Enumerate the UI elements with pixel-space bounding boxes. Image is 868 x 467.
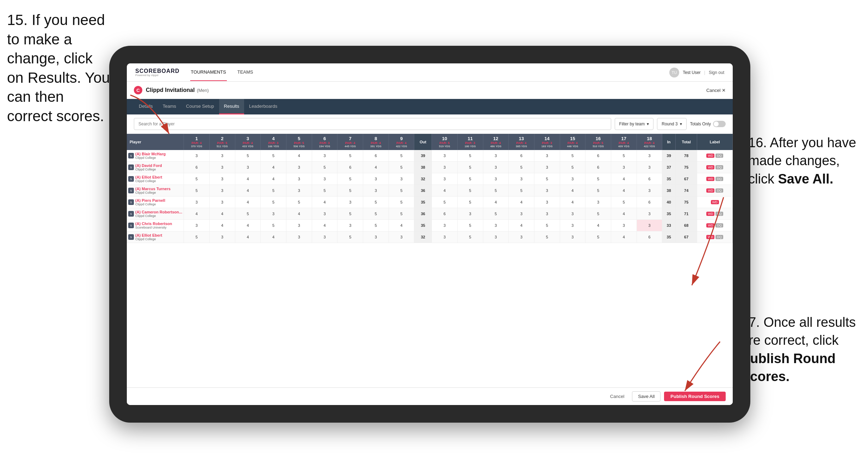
score-hole-3[interactable]: 4 — [235, 220, 261, 231]
score-hole-16[interactable]: 5 — [585, 208, 611, 220]
score-hole-18[interactable]: 3 — [637, 162, 662, 173]
score-hole-13[interactable]: 3 — [509, 231, 534, 243]
score-hole-6[interactable]: 3 — [312, 208, 337, 220]
score-hole-9[interactable]: 3 — [389, 173, 414, 185]
score-hole-4[interactable]: 3 — [261, 208, 286, 220]
cancel-tournament-button[interactable]: Cancel ✕ — [706, 88, 726, 93]
score-hole-1[interactable]: 3 — [184, 150, 210, 162]
score-hole-5[interactable]: 4 — [286, 150, 312, 162]
score-hole-13[interactable]: 6 — [509, 150, 534, 162]
score-hole-14[interactable]: 3 — [534, 162, 560, 173]
score-hole-1[interactable]: 4 — [184, 208, 210, 220]
score-hole-14[interactable]: 5 — [534, 220, 560, 231]
score-hole-15[interactable]: 3 — [560, 208, 585, 220]
score-hole-10[interactable]: 3 — [432, 231, 458, 243]
score-hole-3[interactable]: 4 — [235, 185, 261, 197]
score-hole-16[interactable]: 4 — [585, 220, 611, 231]
score-hole-16[interactable]: 5 — [585, 185, 611, 197]
score-hole-13[interactable]: 5 — [509, 185, 534, 197]
score-hole-2[interactable]: 3 — [209, 173, 235, 185]
score-hole-11[interactable]: 5 — [457, 162, 483, 173]
score-hole-13[interactable]: 3 — [509, 173, 534, 185]
score-hole-5[interactable]: 3 — [286, 220, 312, 231]
score-hole-4[interactable]: 4 — [261, 162, 286, 173]
score-hole-10[interactable]: 3 — [432, 150, 458, 162]
score-hole-11[interactable]: 5 — [457, 150, 483, 162]
sign-out-link[interactable]: Sign out — [709, 70, 724, 75]
score-hole-12[interactable]: 3 — [483, 220, 509, 231]
score-hole-12[interactable]: 5 — [483, 208, 509, 220]
score-hole-10[interactable]: 3 — [432, 173, 458, 185]
score-hole-17[interactable]: 5 — [611, 150, 637, 162]
score-hole-12[interactable]: 3 — [483, 173, 509, 185]
score-hole-14[interactable]: 5 — [534, 173, 560, 185]
score-hole-1[interactable]: 3 — [184, 197, 210, 208]
score-hole-5[interactable]: 5 — [286, 197, 312, 208]
score-hole-18[interactable]: 3 — [637, 208, 662, 220]
score-hole-13[interactable]: 4 — [509, 197, 534, 208]
score-hole-10[interactable]: 4 — [432, 185, 458, 197]
score-hole-12[interactable]: 4 — [483, 197, 509, 208]
score-hole-17[interactable]: 4 — [611, 208, 637, 220]
score-hole-2[interactable]: 3 — [209, 197, 235, 208]
score-hole-7[interactable]: 5 — [337, 173, 363, 185]
wd-label[interactable]: WD — [706, 235, 714, 239]
score-hole-4[interactable]: 4 — [261, 173, 286, 185]
score-hole-9[interactable]: 5 — [389, 185, 414, 197]
score-hole-17[interactable]: 5 — [611, 197, 637, 208]
search-input[interactable] — [134, 118, 611, 130]
tab-course-setup[interactable]: Course Setup — [181, 99, 219, 114]
wd-label[interactable]: WD — [706, 165, 714, 169]
score-hole-3[interactable]: 4 — [235, 173, 261, 185]
dq-label[interactable]: DQ — [715, 223, 723, 228]
score-hole-4[interactable]: 5 — [261, 185, 286, 197]
score-hole-8[interactable]: 5 — [363, 220, 389, 231]
score-hole-12[interactable]: 3 — [483, 162, 509, 173]
score-hole-1[interactable]: 5 — [184, 231, 210, 243]
score-hole-7[interactable]: 6 — [337, 162, 363, 173]
score-hole-15[interactable]: 4 — [560, 185, 585, 197]
totals-only-toggle[interactable]: Totals Only — [690, 121, 726, 127]
score-hole-17[interactable]: 4 — [611, 185, 637, 197]
score-hole-16[interactable]: 5 — [585, 231, 611, 243]
score-hole-13[interactable]: 3 — [509, 208, 534, 220]
score-hole-4[interactable]: 4 — [261, 231, 286, 243]
score-hole-12[interactable]: 5 — [483, 185, 509, 197]
wd-label[interactable]: WD — [706, 154, 714, 158]
score-hole-10[interactable]: 6 — [432, 208, 458, 220]
score-hole-8[interactable]: 6 — [363, 150, 389, 162]
score-hole-15[interactable]: 5 — [560, 150, 585, 162]
round-selector-button[interactable]: Round 3 ▾ — [657, 118, 686, 130]
score-hole-9[interactable]: 5 — [389, 162, 414, 173]
score-hole-6[interactable]: 3 — [312, 173, 337, 185]
score-hole-7[interactable]: 5 — [337, 150, 363, 162]
score-hole-8[interactable]: 5 — [363, 197, 389, 208]
tab-details[interactable]: Details — [134, 99, 158, 114]
score-hole-9[interactable]: 5 — [389, 208, 414, 220]
score-hole-8[interactable]: 5 — [363, 208, 389, 220]
score-hole-17[interactable]: 4 — [611, 173, 637, 185]
publish-round-scores-button[interactable]: Publish Round Scores — [664, 392, 726, 401]
score-hole-8[interactable]: 3 — [363, 185, 389, 197]
score-hole-16[interactable]: 3 — [585, 197, 611, 208]
score-hole-6[interactable]: 4 — [312, 220, 337, 231]
score-hole-18[interactable]: 6 — [637, 197, 662, 208]
cancel-button[interactable]: Cancel — [606, 392, 628, 401]
score-hole-11[interactable]: 3 — [457, 208, 483, 220]
score-hole-14[interactable]: 3 — [534, 208, 560, 220]
score-hole-11[interactable]: 5 — [457, 231, 483, 243]
score-hole-3[interactable]: 5 — [235, 150, 261, 162]
score-hole-13[interactable]: 4 — [509, 220, 534, 231]
score-hole-7[interactable]: 5 — [337, 231, 363, 243]
score-hole-5[interactable]: 4 — [286, 208, 312, 220]
nav-link-teams[interactable]: TEAMS — [237, 64, 254, 81]
score-hole-16[interactable]: 6 — [585, 150, 611, 162]
score-hole-9[interactable]: 3 — [389, 231, 414, 243]
score-hole-2[interactable]: 3 — [209, 162, 235, 173]
score-hole-7[interactable]: 3 — [337, 220, 363, 231]
score-hole-1[interactable]: 3 — [184, 220, 210, 231]
score-hole-4[interactable]: 5 — [261, 220, 286, 231]
score-hole-14[interactable]: 3 — [534, 150, 560, 162]
score-hole-18[interactable]: 6 — [637, 231, 662, 243]
dq-label[interactable]: DQ — [715, 235, 723, 239]
